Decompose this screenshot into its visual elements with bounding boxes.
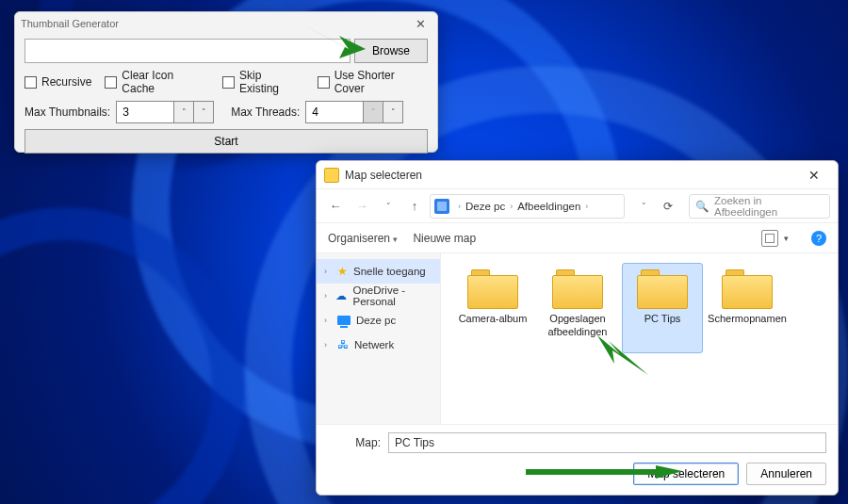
titlebar: Map selecteren ✕ — [317, 161, 838, 189]
browse-button[interactable]: Browse — [354, 39, 428, 63]
folder-label: Opgeslagen afbeeldingen — [540, 313, 615, 339]
this-pc-icon — [434, 199, 449, 214]
spin-down-icon[interactable]: ˅ — [193, 101, 214, 123]
spin-down-icon[interactable]: ˅ — [383, 101, 403, 123]
chevron-down-icon[interactable]: ▾ — [784, 234, 789, 243]
refresh-icon[interactable]: ⟳ — [657, 195, 679, 218]
folder-label: Schermopnamen — [708, 313, 787, 326]
folder-label: Camera-album — [459, 313, 528, 326]
chevron-right-icon: › — [324, 291, 330, 301]
max-threads-input[interactable]: 4 — [305, 101, 364, 123]
breadcrumb-sub[interactable]: Afbeeldingen — [517, 201, 580, 212]
forward-icon[interactable]: → — [351, 195, 373, 218]
chevron-right-icon: › — [324, 316, 332, 325]
checkbox-icon — [318, 76, 330, 89]
shorter-cover-checkbox[interactable]: Use Shorter Cover — [318, 69, 428, 95]
map-input[interactable]: PC Tips — [388, 432, 826, 453]
search-input[interactable]: 🔍 Zoeken in Afbeeldingen — [689, 194, 830, 219]
folder-picker-dialog: Map selecteren ✕ ← → ˅ ↑ › Deze pc › Afb… — [316, 160, 839, 496]
search-icon: 🔍 — [695, 200, 709, 213]
start-button[interactable]: Start — [24, 129, 428, 154]
nav-bar: ← → ˅ ↑ › Deze pc › Afbeeldingen › ˅ ⟳ 🔍… — [317, 189, 838, 223]
spin-up-icon[interactable]: ˄ — [173, 101, 194, 123]
close-icon[interactable]: ✕ — [409, 17, 432, 31]
titlebar: Thumbnail Generator ✕ — [15, 12, 437, 35]
folder-icon — [467, 269, 518, 309]
chevron-right-icon: › — [507, 202, 515, 211]
network-icon: 🖧 — [337, 338, 349, 351]
sidebar-item-onedrive[interactable]: › ☁ OneDrive - Personal — [317, 284, 440, 308]
close-icon[interactable]: ✕ — [798, 161, 830, 188]
view-options-icon[interactable] — [761, 230, 778, 247]
chevron-right-icon: › — [455, 202, 464, 211]
folder-item[interactable]: Camera-album — [452, 263, 533, 353]
checkbox-icon — [105, 76, 117, 89]
skip-existing-checkbox[interactable]: Skip Existing — [222, 69, 304, 95]
select-folder-button[interactable]: Map selecteren — [633, 463, 739, 485]
folder-grid: Camera-album Opgeslagen afbeeldingen PC … — [441, 253, 838, 424]
sidebar-item-this-pc[interactable]: › Deze pc — [317, 308, 440, 333]
folder-item-selected[interactable]: PC Tips — [622, 263, 703, 353]
thumbnail-generator-window: Thumbnail Generator ✕ Browse Recursive C… — [14, 11, 438, 153]
breadcrumb-root[interactable]: Deze pc — [465, 201, 505, 212]
organize-menu[interactable]: Organiseren ▾ — [328, 232, 398, 245]
folder-icon — [552, 269, 603, 309]
max-threads-label: Max Threads: — [231, 106, 300, 119]
max-thumbnails-label: Max Thumbnails: — [24, 106, 110, 119]
checkbox-icon — [222, 76, 235, 89]
chevron-right-icon: › — [324, 267, 332, 276]
dialog-footer: Map: PC Tips Map selecteren Annuleren — [317, 424, 838, 495]
address-bar[interactable]: › Deze pc › Afbeeldingen › — [430, 194, 625, 219]
path-input[interactable] — [24, 39, 351, 63]
recursive-checkbox[interactable]: Recursive — [24, 75, 91, 89]
folder-icon — [637, 269, 688, 309]
max-thumbnails-input[interactable]: 3 — [116, 101, 174, 123]
back-icon[interactable]: ← — [324, 195, 347, 218]
search-placeholder: Zoeken in Afbeeldingen — [714, 195, 824, 218]
pc-icon — [337, 316, 351, 325]
help-icon[interactable]: ? — [811, 231, 826, 246]
clear-cache-checkbox[interactable]: Clear Icon Cache — [105, 69, 209, 95]
chevron-right-icon: › — [582, 202, 591, 211]
cloud-icon: ☁ — [335, 289, 347, 302]
chevron-right-icon: › — [324, 340, 332, 350]
folder-item[interactable]: Opgeslagen afbeeldingen — [537, 263, 618, 353]
up-icon[interactable]: ↑ — [403, 195, 426, 218]
dialog-title: Map selecteren — [345, 169, 422, 182]
sidebar-item-network[interactable]: › 🖧 Netwerk — [317, 333, 440, 357]
checkbox-icon — [24, 76, 37, 89]
map-label: Map: — [328, 436, 381, 449]
folder-icon — [722, 269, 773, 309]
folder-icon — [324, 168, 339, 183]
folder-label: PC Tips — [644, 313, 681, 326]
sidebar: › ★ Snelle toegang › ☁ OneDrive - Person… — [317, 253, 441, 424]
cancel-button[interactable]: Annuleren — [746, 463, 826, 485]
window-title: Thumbnail Generator — [21, 18, 119, 29]
recent-icon[interactable]: ˅ — [377, 195, 400, 218]
chevron-down-icon: ▾ — [393, 235, 398, 244]
sidebar-item-quick-access[interactable]: › ★ Snelle toegang — [317, 259, 440, 284]
new-folder-button[interactable]: Nieuwe map — [413, 232, 476, 245]
address-dropdown-icon[interactable]: ˅ — [632, 195, 655, 218]
folder-item[interactable]: Schermopnamen — [707, 263, 788, 353]
spin-up-icon[interactable]: ˄ — [363, 101, 383, 123]
toolbar: Organiseren ▾ Nieuwe map ▾ ? — [317, 223, 838, 253]
star-icon: ★ — [337, 265, 348, 278]
